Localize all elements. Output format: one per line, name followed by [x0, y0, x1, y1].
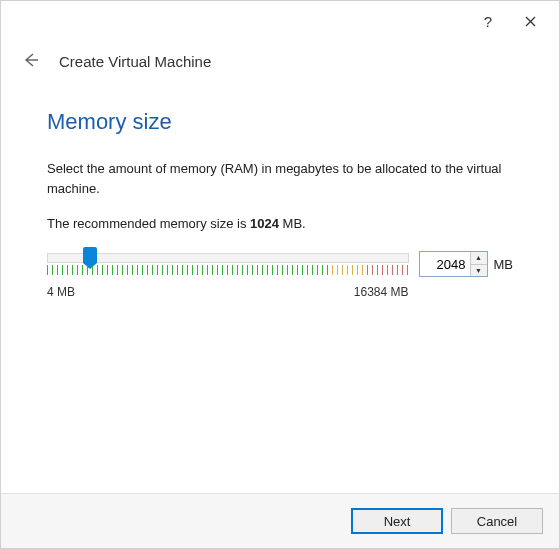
section-heading: Memory size	[47, 109, 513, 135]
next-button[interactable]: Next	[351, 508, 443, 534]
chevron-down-icon: ▼	[475, 267, 482, 274]
slider-ticks	[47, 265, 409, 275]
description-text: Select the amount of memory (RAM) in meg…	[47, 159, 513, 198]
memory-spin-group: ▲ ▼ MB	[419, 251, 514, 277]
slider-range-labels: 4 MB 16384 MB	[47, 285, 409, 299]
spinner-buttons: ▲ ▼	[470, 252, 487, 276]
slider-min-label: 4 MB	[47, 285, 75, 299]
dialog-title: Create Virtual Machine	[59, 53, 211, 70]
dialog-window: ? Create Virtual Machine Memory size Sel…	[0, 0, 560, 549]
slider-row: 4 MB 16384 MB ▲ ▼ MB	[47, 253, 513, 299]
recommended-text: The recommended memory size is 1024 MB.	[47, 216, 513, 231]
memory-input[interactable]	[420, 252, 470, 276]
titlebar: ?	[1, 1, 559, 41]
help-icon: ?	[484, 13, 492, 30]
cancel-button[interactable]: Cancel	[451, 508, 543, 534]
spin-up-button[interactable]: ▲	[471, 252, 487, 264]
spin-down-button[interactable]: ▼	[471, 264, 487, 277]
footer: Next Cancel	[1, 493, 559, 548]
back-button[interactable]	[19, 49, 43, 73]
header-row: Create Virtual Machine	[1, 41, 559, 91]
recommended-value: 1024	[250, 216, 279, 231]
memory-spinbox: ▲ ▼	[419, 251, 488, 277]
memory-slider[interactable]: 4 MB 16384 MB	[47, 253, 409, 299]
slider-max-label: 16384 MB	[354, 285, 409, 299]
recommended-prefix: The recommended memory size is	[47, 216, 250, 231]
memory-unit-label: MB	[494, 257, 514, 272]
recommended-suffix: MB.	[279, 216, 306, 231]
slider-track	[47, 253, 409, 263]
chevron-up-icon: ▲	[475, 254, 482, 261]
close-icon	[525, 13, 536, 30]
arrow-left-icon	[23, 52, 39, 71]
close-button[interactable]	[509, 6, 551, 36]
content-area: Memory size Select the amount of memory …	[1, 109, 559, 299]
help-button[interactable]: ?	[467, 6, 509, 36]
